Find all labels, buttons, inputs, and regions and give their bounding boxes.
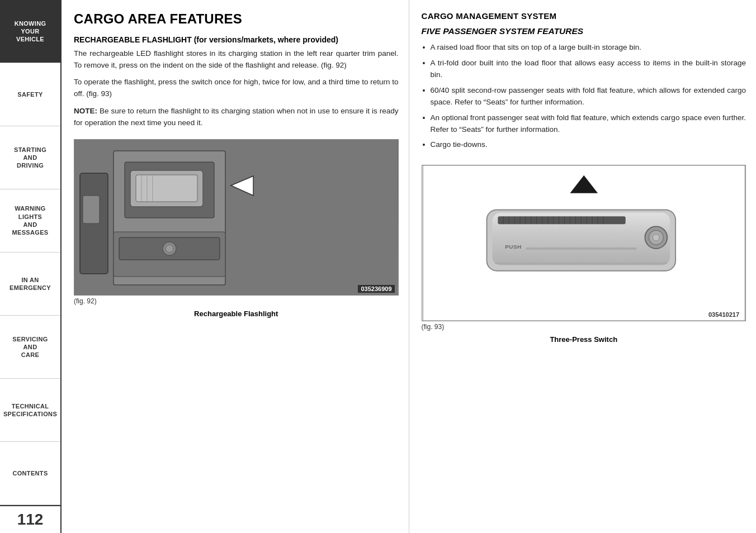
- sidebar-item-warning[interactable]: WARNING LIGHTS AND MESSAGES: [0, 189, 60, 253]
- svg-text:PUSH: PUSH: [505, 244, 522, 250]
- flashlight-heading-text: RECHARGEABLE FLASHLIGHT (for versions/ma…: [74, 35, 338, 44]
- svg-rect-6: [136, 175, 197, 202]
- switch-image: PUSH 035410217: [422, 165, 746, 321]
- svg-point-41: [653, 234, 659, 241]
- sidebar-knowing-label: KNOWING YOUR VEHICLE: [15, 20, 46, 44]
- cargo-mgmt-title: CARGO MANAGEMENT SYSTEM: [422, 11, 746, 21]
- flashlight-para1: The rechargeable LED flashlight stores i…: [74, 48, 399, 72]
- sidebar-safety-label: SAFETY: [17, 91, 42, 98]
- sidebar-item-knowing[interactable]: KNOWING YOUR VEHICLE: [0, 0, 60, 63]
- note-body: Be sure to return the flashlight to its …: [74, 107, 399, 127]
- svg-point-14: [166, 245, 173, 253]
- sidebar-item-emergency[interactable]: IN AN EMERGENCY: [0, 253, 60, 316]
- sidebar-item-technical[interactable]: TECHNICAL SPECIFICATIONS: [0, 379, 60, 442]
- switch-fig-label: (fig. 93): [422, 323, 746, 331]
- sidebar-technical-label: TECHNICAL SPECIFICATIONS: [3, 402, 57, 418]
- switch-img-number: 035410217: [706, 311, 742, 318]
- svg-rect-43: [526, 248, 637, 250]
- flashlight-para2: To operate the flashlight, press the swi…: [74, 77, 399, 100]
- sidebar-starting-label: STARTING AND DRIVING: [14, 146, 46, 170]
- sidebar-item-contents[interactable]: CONTENTS: [0, 442, 60, 505]
- svg-rect-19: [498, 217, 625, 225]
- sidebar-item-safety[interactable]: SAFETY: [0, 63, 60, 126]
- sidebar: KNOWING YOUR VEHICLE SAFETY STARTING AND…: [0, 0, 62, 533]
- switch-img-inner: PUSH: [422, 165, 746, 321]
- switch-fig-caption: Three-Press Switch: [422, 335, 746, 344]
- svg-rect-44: [495, 263, 667, 264]
- flashlight-fig-label: (fig. 92): [74, 297, 399, 305]
- switch-svg: PUSH: [422, 165, 746, 321]
- sidebar-servicing-label: SERVICING AND CARE: [12, 335, 48, 359]
- sidebar-item-servicing[interactable]: SERVICING AND CARE: [0, 316, 60, 379]
- flashlight-image: 035236909: [74, 139, 399, 296]
- left-column: CARGO AREA FEATURES RECHARGEABLE FLASHLI…: [62, 0, 409, 533]
- main-content: CARGO AREA FEATURES RECHARGEABLE FLASHLI…: [62, 0, 756, 533]
- feature-item-4: An optional front passenger seat with fo…: [422, 112, 746, 136]
- five-pass-title: FIVE PASSENGER SYSTEM FEATURES: [422, 26, 746, 36]
- note-paragraph: NOTE: Be sure to return the flashlight t…: [74, 106, 399, 129]
- feature-item-3: 60/40 split second-row passenger seats w…: [422, 85, 746, 108]
- sidebar-item-starting[interactable]: STARTING AND DRIVING: [0, 126, 60, 189]
- flashlight-fig-caption: Rechargeable Flashlight: [74, 310, 399, 318]
- feature-item-5: Cargo tie-downs.: [422, 139, 746, 151]
- content-area: CARGO AREA FEATURES RECHARGEABLE FLASHLI…: [62, 0, 756, 533]
- sidebar-emergency-label: IN AN EMERGENCY: [10, 276, 51, 292]
- flashlight-img-number: 035236909: [358, 285, 394, 293]
- page-title: CARGO AREA FEATURES: [74, 11, 399, 27]
- feature-item-1: A raised load floor that sits on top of …: [422, 42, 746, 54]
- sidebar-contents-label: CONTENTS: [12, 469, 48, 477]
- page-number-container: 112: [0, 505, 60, 533]
- right-column: CARGO MANAGEMENT SYSTEM FIVE PASSENGER S…: [409, 0, 757, 533]
- sidebar-warning-label: WARNING LIGHTS AND MESSAGES: [12, 204, 49, 236]
- svg-rect-2: [83, 196, 100, 223]
- note-label: NOTE:: [74, 107, 97, 115]
- features-list: A raised load floor that sits on top of …: [422, 42, 746, 155]
- feature-item-2: A tri-fold door built into the load floo…: [422, 58, 746, 81]
- flashlight-heading: RECHARGEABLE FLASHLIGHT (for versions/ma…: [74, 35, 399, 46]
- flashlight-svg: [74, 140, 398, 295]
- page-number: 112: [17, 511, 44, 529]
